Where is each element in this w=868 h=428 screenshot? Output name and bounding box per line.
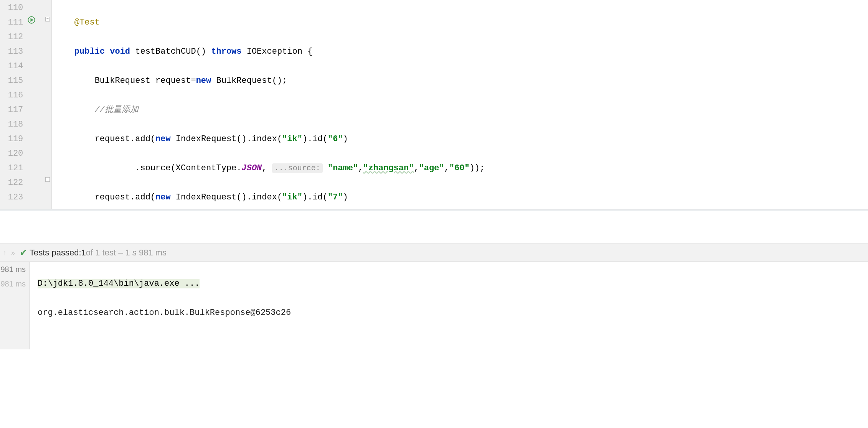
code-text: , [262, 163, 272, 173]
string-literal: "60" [449, 163, 470, 173]
annotation: @Test [74, 18, 100, 27]
check-icon: ✔ [20, 247, 27, 258]
line-number: 112 [0, 30, 23, 44]
keyword: new [155, 193, 171, 202]
console-text[interactable]: D:\jdk1.8.0_144\bin\java.exe ... org.ela… [30, 262, 868, 349]
tests-passed-label: Tests passed: [30, 248, 81, 258]
code-text: request.add( [95, 134, 155, 144]
parameter-hint: ...source: [272, 163, 323, 173]
code-text: BulkRequest(); [211, 76, 287, 86]
string-literal: "7" [328, 193, 343, 202]
code-text: IOException { [242, 47, 313, 56]
line-number: 110 [0, 1, 23, 15]
console-command: D:\jdk1.8.0_144\bin\java.exe ... [38, 279, 200, 288]
history-expand-icon[interactable]: » [11, 249, 15, 257]
console-output-panel[interactable]: 981 ms 981 ms D:\jdk1.8.0_144\bin\java.e… [0, 262, 868, 349]
line-number: 117 [0, 103, 23, 117]
code-text: IndexRequest().index( [171, 193, 282, 202]
run-test-icon[interactable] [28, 16, 35, 24]
keyword: throws [211, 47, 241, 56]
code-text: ).id( [302, 193, 328, 202]
code-text: request.add( [95, 193, 155, 202]
string-literal: "6" [328, 134, 343, 144]
string-literal: "ik" [282, 193, 302, 202]
line-number: 113 [0, 44, 23, 59]
line-number: 115 [0, 74, 23, 88]
tests-passed-count: 1 [81, 248, 86, 258]
code-text: IndexRequest().index( [171, 134, 282, 144]
line-number: 120 [0, 147, 23, 161]
test-duration: 981 ms [0, 277, 26, 291]
string-literal: "ik" [282, 134, 302, 144]
string-literal: "age" [419, 163, 444, 173]
code-text: ).id( [302, 134, 328, 144]
line-number: 118 [0, 117, 23, 132]
fold-toggle-icon[interactable]: − [45, 17, 50, 21]
string-literal: "name" [328, 163, 358, 173]
code-content[interactable]: @Test public void testBatchCUD() throws … [52, 0, 868, 209]
line-number: 111 [0, 15, 23, 30]
string-literal: "zhangsan" [363, 163, 414, 173]
line-number: 123 [0, 190, 23, 205]
code-editor[interactable]: 110 111 112 113 114 115 116 117 118 119 … [0, 0, 868, 209]
code-text: .source(XContentType. [135, 163, 241, 173]
line-number: 119 [0, 132, 23, 147]
line-number: 116 [0, 88, 23, 103]
code-text: ) [343, 134, 348, 144]
code-text: ) [343, 193, 348, 202]
editor-gutter: 110 111 112 113 114 115 116 117 118 119 … [0, 0, 52, 209]
keyword: public [74, 47, 105, 56]
comment: //批量添加 [95, 105, 139, 115]
code-text: , [444, 163, 449, 173]
fold-toggle-icon[interactable]: − [45, 177, 50, 182]
tests-total-label: of 1 test – 1 s 981 ms [86, 248, 167, 258]
keyword: void [110, 47, 130, 56]
keyword: new [155, 134, 171, 144]
code-text: )); [470, 163, 485, 173]
console-line: org.elasticsearch.action.bulk.BulkRespon… [38, 306, 868, 320]
test-duration: 981 ms [0, 262, 26, 277]
line-numbers: 110 111 112 113 114 115 116 117 118 119 … [0, 0, 26, 209]
constant: JSON [241, 163, 262, 173]
test-duration-column: 981 ms 981 ms [0, 262, 30, 349]
test-results-bar: ↑ » ✔ Tests passed: 1 of 1 test – 1 s 98… [0, 244, 868, 262]
history-up-icon[interactable]: ↑ [3, 249, 7, 257]
code-text: , [414, 163, 419, 173]
gutter-icon-column [26, 0, 45, 209]
line-number: 114 [0, 59, 23, 74]
line-number: 122 [0, 176, 23, 190]
code-text [323, 163, 328, 173]
code-text: , [358, 163, 363, 173]
tool-window-strip [0, 211, 868, 244]
fold-column: − − [45, 0, 51, 209]
method-name: testBatchCUD() [130, 47, 211, 56]
line-number: 121 [0, 161, 23, 176]
code-text: BulkRequest request= [95, 76, 196, 86]
keyword: new [196, 76, 211, 86]
